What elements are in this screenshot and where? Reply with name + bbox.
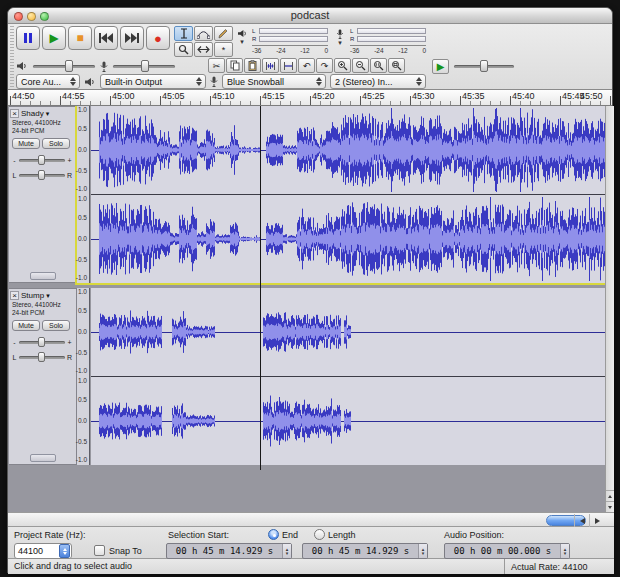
play-at-speed-button[interactable]: ▶ <box>432 59 449 74</box>
playback-speed-thumb[interactable] <box>480 60 488 72</box>
track-name-menu[interactable]: Stump▾ <box>21 291 50 300</box>
recording-meter[interactable]: ▾ L R -36-24-120 <box>332 27 426 54</box>
stop-button[interactable]: ■ <box>68 26 92 50</box>
redo-button[interactable]: ↷ <box>316 58 333 73</box>
waveform-canvas-left[interactable] <box>91 106 605 194</box>
selection-tool-button[interactable] <box>174 26 193 41</box>
time-spinner-icon[interactable]: ▴▾ <box>282 544 291 558</box>
amplitude-ruler-label: -1.0 <box>76 185 87 192</box>
playback-device-select[interactable]: Built-in Output <box>100 74 206 89</box>
pan-slider-thumb[interactable] <box>38 170 45 180</box>
ruler-tick <box>130 101 131 105</box>
recording-channels-select[interactable]: 2 (Stereo) In... <box>330 74 426 89</box>
scroll-right-button[interactable] <box>589 514 604 527</box>
track-menu-arrow-icon: ▾ <box>46 110 50 118</box>
mixer-toolbar <box>16 59 175 73</box>
waveform-canvas-left[interactable] <box>91 288 605 376</box>
snap-to-checkbox[interactable] <box>94 545 105 556</box>
ruler-tick <box>360 96 361 105</box>
ruler-tick <box>450 101 451 105</box>
ruler-tick <box>180 101 181 105</box>
selection-end-time-field[interactable]: 00 h 45 m 14.929 s ▴▾ <box>302 543 428 559</box>
gain-slider[interactable] <box>19 159 65 162</box>
copy-button[interactable] <box>226 58 243 73</box>
waveform-canvas-right[interactable] <box>91 195 605 283</box>
track-control-panel[interactable]: × Stump▾ Stereo, 44100Hz 24-bit PCM Mute… <box>9 288 77 465</box>
length-radio[interactable] <box>314 529 325 540</box>
play-button[interactable]: ▶ <box>42 26 66 50</box>
audio-position-time-field[interactable]: 00 h 00 m 00.000 s ▴▾ <box>444 543 570 559</box>
envelope-tool-button[interactable] <box>194 26 213 41</box>
time-spinner-icon[interactable]: ▴▾ <box>418 544 427 558</box>
ruler-tick <box>590 101 591 105</box>
zoom-tool-button[interactable] <box>174 42 193 57</box>
meter-right-label: R <box>350 36 355 42</box>
horizontal-scrollbar[interactable] <box>8 512 614 527</box>
gain-slider-thumb[interactable] <box>38 155 45 165</box>
playback-meter[interactable]: ▾ L R -36-24-120 <box>234 27 328 54</box>
track-close-button[interactable]: × <box>10 291 19 300</box>
record-button[interactable]: ● <box>146 26 170 50</box>
solo-button[interactable]: Solo <box>42 138 70 149</box>
stepper-icon[interactable] <box>59 544 70 558</box>
scroll-left-button[interactable] <box>574 514 589 527</box>
track-close-button[interactable]: × <box>10 109 19 118</box>
trim-audio-button[interactable] <box>262 58 279 73</box>
fit-project-button[interactable] <box>388 58 405 73</box>
mute-button[interactable]: Mute <box>12 320 40 331</box>
track-area[interactable]: × Shady▾ Stereo, 44100Hz 24-bit PCM Mute… <box>8 106 605 512</box>
vertical-scrollbar[interactable] <box>605 106 614 512</box>
input-volume-slider[interactable] <box>113 65 175 68</box>
toolbar-grip[interactable] <box>10 26 14 87</box>
titlebar[interactable]: podcast <box>8 8 612 24</box>
playback-speed-slider[interactable] <box>454 65 514 68</box>
undo-button[interactable]: ↶ <box>298 58 315 73</box>
silence-audio-button[interactable] <box>280 58 297 73</box>
time-spinner-icon[interactable]: ▴▾ <box>560 544 569 558</box>
draw-tool-button[interactable] <box>214 26 233 41</box>
amplitude-ruler-label: 1.0 <box>78 377 87 384</box>
fit-selection-button[interactable] <box>370 58 387 73</box>
skip-to-end-button[interactable] <box>120 26 144 50</box>
recording-device-select[interactable]: Blue Snowball <box>222 74 326 89</box>
track-name-menu[interactable]: Shady▾ <box>21 109 49 118</box>
skip-to-start-button[interactable] <box>94 26 118 50</box>
output-volume-thumb[interactable] <box>65 60 73 72</box>
waveform-canvas-right[interactable] <box>91 377 605 465</box>
gain-slider[interactable] <box>19 341 65 344</box>
track-control-panel[interactable]: × Shady▾ Stereo, 44100Hz 24-bit PCM Mute… <box>9 106 77 283</box>
pan-slider[interactable] <box>19 174 65 177</box>
timeline-ruler[interactable]: 44:5044:5545:0045:0545:1045:1545:2045:25… <box>8 90 612 106</box>
pause-button[interactable] <box>16 26 40 50</box>
input-volume-thumb[interactable] <box>141 60 149 72</box>
amplitude-ruler: 1.00.50.0-0.5-1.01.00.50.0-0.5-1.0 <box>77 106 90 283</box>
timeshift-tool-button[interactable] <box>194 42 213 57</box>
track-collapse-button[interactable] <box>30 454 56 462</box>
project-rate-select[interactable]: 44100 <box>14 543 72 559</box>
multi-tool-button[interactable]: * <box>214 42 233 57</box>
paste-button[interactable] <box>244 58 261 73</box>
ruler-tick <box>190 101 191 105</box>
scroll-down-button[interactable] <box>606 501 614 512</box>
pause-icon <box>24 33 27 43</box>
pan-slider[interactable] <box>19 356 65 359</box>
transcription-toolbar: ▶ <box>432 59 514 74</box>
track-collapse-button[interactable] <box>30 272 56 280</box>
scroll-up-button[interactable] <box>606 490 614 501</box>
mute-button[interactable]: Mute <box>12 138 40 149</box>
solo-button[interactable]: Solo <box>42 320 70 331</box>
cut-button[interactable]: ✂ <box>208 58 225 73</box>
output-volume-slider[interactable] <box>33 65 95 68</box>
pan-slider-thumb[interactable] <box>38 352 45 362</box>
audio-host-select[interactable]: Core Au... <box>16 74 80 89</box>
zoom-out-icon <box>355 60 366 71</box>
selection-start-time-field[interactable]: 00 h 45 m 14.929 s ▴▾ <box>166 543 292 559</box>
zoom-out-button[interactable] <box>352 58 369 73</box>
ruler-tick <box>550 101 551 105</box>
gain-slider-thumb[interactable] <box>38 337 45 347</box>
zoom-in-button[interactable] <box>334 58 351 73</box>
meter-bar-right <box>357 36 426 42</box>
end-radio[interactable] <box>268 529 279 540</box>
amplitude-ruler-label: -0.5 <box>76 438 87 445</box>
ruler-label: 45:10 <box>212 91 235 101</box>
